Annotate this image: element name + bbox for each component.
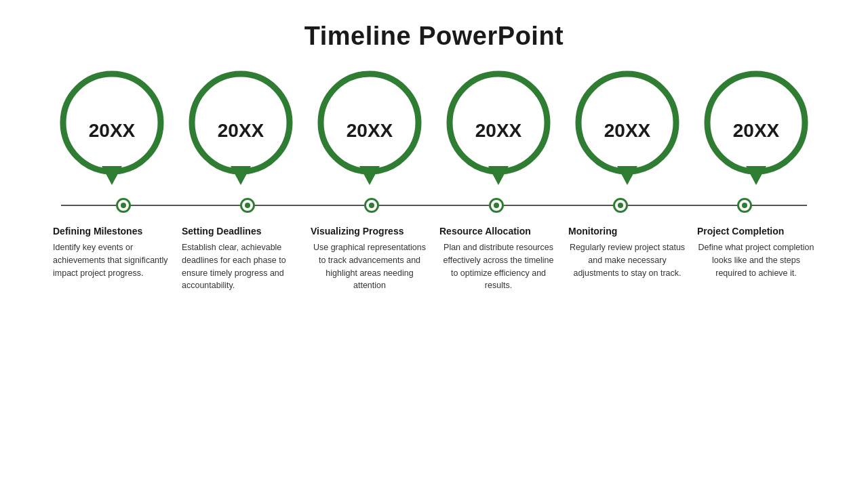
timeline-section: 20XX20XX20XX20XX20XX20XX Defining Milest…: [0, 70, 868, 292]
descriptions-row: Defining MilestonesIdentify key events o…: [27, 225, 841, 292]
desc-item-3: Resource AllocationPlan and distribute r…: [434, 225, 563, 292]
timeline-dot-5: [737, 198, 752, 213]
desc-title-5: Project Completion: [697, 225, 815, 237]
desc-item-2: Visualizing ProgressUse graphical repres…: [305, 225, 434, 292]
desc-text-0: Identify key events or achievements that…: [53, 241, 171, 279]
desc-item-4: MonitoringRegularly review project statu…: [563, 225, 692, 292]
desc-text-2: Use graphical representations to track a…: [311, 241, 429, 292]
desc-text-3: Plan and distribute resources effectivel…: [439, 241, 557, 292]
desc-text-1: Establish clear, achievable deadlines fo…: [182, 241, 300, 292]
timeline-dot-0: [116, 198, 131, 213]
year-label-1: 20XX: [218, 120, 264, 142]
svg-marker-3: [231, 166, 251, 185]
page-title: Timeline PowerPoint: [304, 22, 564, 51]
circle-item-3: 20XX: [434, 70, 563, 195]
svg-marker-9: [617, 166, 637, 185]
year-label-5: 20XX: [733, 120, 780, 142]
timeline-line: [27, 195, 841, 216]
desc-title-2: Visualizing Progress: [311, 225, 429, 237]
circle-item-4: 20XX: [563, 70, 692, 195]
circles-row: 20XX20XX20XX20XX20XX20XX: [27, 70, 841, 195]
desc-item-1: Setting DeadlinesEstablish clear, achiev…: [176, 225, 305, 292]
desc-item-0: Defining MilestonesIdentify key events o…: [47, 225, 176, 292]
circle-item-0: 20XX: [47, 70, 176, 195]
svg-marker-5: [359, 166, 380, 185]
timeline-dot-4: [613, 198, 628, 213]
year-label-2: 20XX: [347, 120, 393, 142]
timeline-dot-2: [364, 198, 379, 213]
desc-title-0: Defining Milestones: [53, 225, 171, 237]
svg-marker-1: [102, 166, 122, 185]
year-label-4: 20XX: [604, 120, 651, 142]
circle-item-5: 20XX: [692, 70, 821, 195]
desc-text-4: Regularly review project status and make…: [568, 241, 686, 279]
year-label-3: 20XX: [475, 120, 522, 142]
timeline-dot-1: [240, 198, 255, 213]
svg-marker-7: [488, 166, 509, 185]
circle-item-2: 20XX: [305, 70, 434, 195]
desc-title-4: Monitoring: [568, 225, 686, 237]
desc-title-3: Resource Allocation: [439, 225, 557, 237]
svg-marker-11: [746, 166, 766, 185]
desc-text-5: Define what project completion looks lik…: [697, 241, 815, 279]
desc-title-1: Setting Deadlines: [182, 225, 300, 237]
circle-item-1: 20XX: [176, 70, 305, 195]
desc-item-5: Project CompletionDefine what project co…: [692, 225, 821, 292]
timeline-dot-3: [489, 198, 504, 213]
year-label-0: 20XX: [89, 120, 136, 142]
dots-row: [27, 198, 841, 213]
